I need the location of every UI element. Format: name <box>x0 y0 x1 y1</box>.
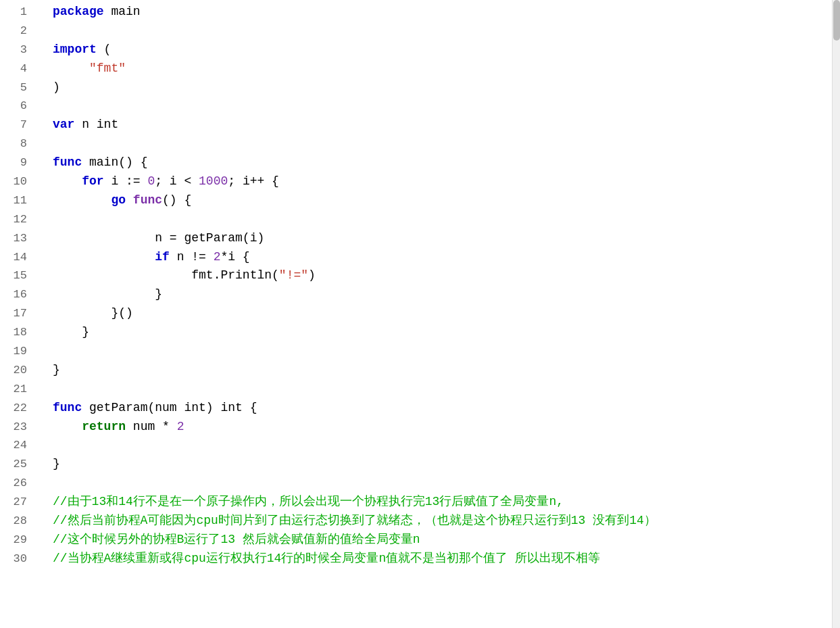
code-line-5: ) <box>41 78 840 97</box>
num-0: 0 <box>147 172 155 191</box>
code-line-27: //由于13和14行不是在一个原子操作内，所以会出现一个协程执行完13行后赋值了… <box>41 493 840 512</box>
line-num-5: 5 <box>0 78 27 97</box>
code-line-16: } <box>41 285 840 304</box>
code-line-17: }() <box>41 304 840 323</box>
code-line-22: func getParam(num int) int { <box>41 399 840 418</box>
code-line-21 <box>41 380 840 399</box>
line-num-8: 8 <box>0 135 27 153</box>
keyword-if: if <box>155 248 170 267</box>
code-line-18: } <box>41 323 840 342</box>
line-num-18: 18 <box>0 323 27 342</box>
code-line-4: "fmt" <box>41 59 840 78</box>
line-num-30: 30 <box>0 550 27 569</box>
code-line-12 <box>41 210 840 229</box>
code-line-20: } <box>41 361 840 380</box>
code-line-26 <box>41 474 840 493</box>
code-line-23: return num * 2 <box>41 418 840 437</box>
keyword-var: var <box>53 116 74 135</box>
keyword-func-11: func <box>133 191 162 210</box>
code-line-13: n = getParam(i) <box>41 229 840 248</box>
line-num-22: 22 <box>0 399 27 418</box>
code-n-assign: n = getParam(i) <box>155 229 264 248</box>
line-num-14: 14 <box>0 248 27 267</box>
comment-line-29: //这个时候另外的协程B运行了13 然后就会赋值新的值给全局变量n <box>53 531 420 550</box>
line-num-28: 28 <box>0 512 27 531</box>
code-line-3: import ( <box>41 41 840 59</box>
code-line-10: for i := 0; i < 1000; i++ { <box>41 172 840 191</box>
code-area[interactable]: package main import ( "fmt" ) var <box>32 0 840 628</box>
code-line-15: fmt.Println("!=") <box>41 266 840 285</box>
code-line-24 <box>41 436 840 455</box>
comment-line-28: //然后当前协程A可能因为cpu时间片到了由运行态切换到了就绪态，（也就是这个协… <box>53 512 656 531</box>
keyword-func-9: func <box>53 153 82 172</box>
line-num-17: 17 <box>0 304 27 323</box>
code-line-30: //当协程A继续重新或得cpu运行权执行14行的时候全局变量n值就不是当初那个值… <box>41 550 840 569</box>
line-num-11: 11 <box>0 191 27 210</box>
scrollbar-thumb[interactable] <box>833 0 840 41</box>
code-line-11: go func() { <box>41 191 840 210</box>
line-num-9: 9 <box>0 153 27 172</box>
line-num-16: 16 <box>0 285 27 304</box>
comment-line-27: //由于13和14行不是在一个原子操作内，所以会出现一个协程执行完13行后赋值了… <box>53 493 564 512</box>
line-num-19: 19 <box>0 342 27 361</box>
keyword-go: go <box>111 191 126 210</box>
line-num-24: 24 <box>0 436 27 455</box>
line-num-15: 15 <box>0 266 27 285</box>
line-num-25: 25 <box>0 455 27 474</box>
line-num-13: 13 <box>0 229 27 248</box>
code-line-29: //这个时候另外的协程B运行了13 然后就会赋值新的值给全局变量n <box>41 531 840 550</box>
line-num-26: 26 <box>0 474 27 493</box>
code-fmt-println: fmt.Println( <box>191 266 279 285</box>
line-num-3: 3 <box>0 41 27 59</box>
keyword-for: for <box>82 172 103 191</box>
keyword-import: import <box>53 41 97 59</box>
code-line-2 <box>41 22 840 41</box>
code-line-19 <box>41 342 840 361</box>
keyword-return: return <box>82 418 126 437</box>
line-num-27: 27 <box>0 493 27 512</box>
line-num-1: 1 <box>0 3 27 22</box>
scrollbar[interactable] <box>832 0 840 628</box>
code-line-7: var n int <box>41 116 840 135</box>
line-num-29: 29 <box>0 531 27 550</box>
keyword-func-22: func <box>53 399 82 418</box>
num-2-ret: 2 <box>177 418 184 437</box>
line-num-2: 2 <box>0 22 27 41</box>
code-line-28: //然后当前协程A可能因为cpu时间片到了由运行态切换到了就绪态，（也就是这个协… <box>41 512 840 531</box>
keyword-package: package <box>53 3 104 22</box>
code-line-8 <box>41 135 840 153</box>
line-num-10: 10 <box>0 172 27 191</box>
comment-line-30: //当协程A继续重新或得cpu运行权执行14行的时候全局变量n值就不是当初那个值… <box>53 550 600 569</box>
code-line-1: package main <box>41 3 840 22</box>
line-num-23: 23 <box>0 418 27 437</box>
line-num-4: 4 <box>0 59 27 78</box>
code-line-14: if n != 2*i { <box>41 248 840 267</box>
string-fmt: "fmt" <box>89 59 126 78</box>
code-line-9: func main() { <box>41 153 840 172</box>
num-2: 2 <box>214 248 221 267</box>
code-line-6 <box>41 97 840 116</box>
line-num-6: 6 <box>0 97 27 116</box>
line-numbers: 1 2 3 4 5 6 7 8 9 10 11 12 13 14 15 16 1… <box>0 0 32 628</box>
string-neq: "!=" <box>279 266 308 285</box>
line-num-7: 7 <box>0 116 27 135</box>
code-line-25: } <box>41 455 840 474</box>
line-num-21: 21 <box>0 380 27 399</box>
code-editor: 1 2 3 4 5 6 7 8 9 10 11 12 13 14 15 16 1… <box>0 0 840 628</box>
line-num-20: 20 <box>0 361 27 380</box>
num-1000: 1000 <box>199 172 228 191</box>
line-num-12: 12 <box>0 210 27 229</box>
